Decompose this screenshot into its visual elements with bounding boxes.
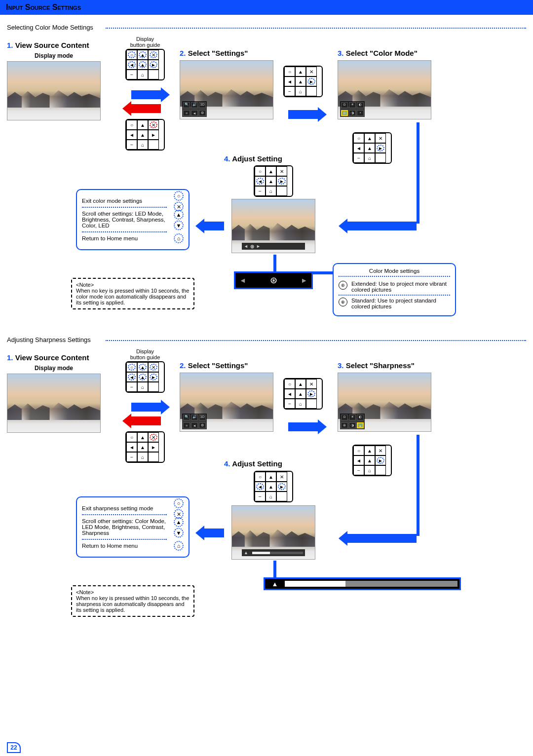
- legend-scroll: Scroll other settings: Color Mode, LED M…: [82, 515, 167, 540]
- settings-thumbnail: 🔍🔊3D ≡◄⚙: [180, 373, 273, 432]
- settings-thumbnail: 🔍🔊3D ≡◄⚙: [180, 60, 273, 119]
- page-header: Input Source Settings: [0, 0, 533, 15]
- legend-home: Return to Home menu ⌂: [82, 540, 167, 552]
- arrow-left-icon: [204, 222, 224, 230]
- display-mode-label: Display mode: [7, 52, 101, 59]
- arrow-left-icon: [347, 222, 417, 230]
- home-icon: ⌂: [174, 541, 184, 551]
- arrow-right-icon: [288, 110, 318, 119]
- prev-icon[interactable]: ◄: [239, 276, 246, 284]
- step4-title: 4. Adjust Setting: [224, 154, 282, 163]
- keypad-any-highlight: ○▲✕ ◄▲► −⌂: [125, 49, 165, 80]
- color-mode-settings-box: Color Mode settings ⊛ Extended: Use to p…: [333, 263, 456, 316]
- section-sharpness-title: Adjusting Sharpness Settings: [7, 336, 526, 343]
- keypad-lr-highlight: ○▲✕ ◄▲► −⌂: [254, 471, 293, 502]
- circle-icon: ○: [174, 498, 184, 508]
- source-thumbnail: [7, 374, 101, 433]
- s2-step2-title: 2. Select "Settings": [180, 361, 273, 370]
- keypad-close-highlight: ○▲✕ ◄▲► −⌂: [125, 119, 165, 151]
- keypad-any-highlight: ○▲✕ ◄▲► −⌂: [125, 361, 165, 393]
- keypad-close-highlight: ○▲✕ ◄▲► −⌂: [125, 431, 165, 463]
- legend-box: Exit sharpness setting mode ○ ✕ Scroll o…: [76, 496, 190, 558]
- button-guide-label: Display button guide: [125, 36, 165, 48]
- keypad-right-highlight: ○▲✕ ◄▲► −⌂: [283, 378, 323, 410]
- cm-extended: ⊛ Extended: Use to project more vibrant …: [339, 279, 450, 296]
- flow-line: [417, 122, 419, 224]
- legend-exit: Exit color mode settings ○ ✕: [82, 195, 167, 208]
- next-icon[interactable]: ►: [301, 276, 307, 284]
- arrow-right-icon: [288, 422, 318, 431]
- slider-fill: [285, 581, 345, 587]
- flow-line: [273, 561, 276, 577]
- s2-step1-title: 1. View Source Content: [7, 353, 101, 362]
- arrow-left-icon: [131, 104, 161, 113]
- display-mode-label: Display mode: [7, 365, 101, 372]
- color-mode-icon: ⊛: [270, 275, 277, 286]
- note-box: <Note> When no key is pressed within 10 …: [71, 278, 194, 309]
- circle-icon: ○: [174, 191, 184, 201]
- slider-track[interactable]: [285, 581, 457, 587]
- adjust-thumbnail: ▲: [231, 505, 315, 560]
- home-icon: ⌂: [174, 233, 184, 243]
- arrow-right-icon: [131, 403, 161, 412]
- standard-icon: ⊕: [339, 298, 347, 306]
- step3-title: 3. Select "Color Mode": [338, 49, 431, 57]
- arrow-left-icon: [347, 534, 417, 543]
- cm-standard: ⊕ Standard: Use to project standard colo…: [339, 296, 450, 311]
- arrow-left-icon: [131, 416, 161, 425]
- up-icon: ▲: [174, 517, 184, 527]
- arrow-right-icon: [131, 90, 161, 99]
- note-box: <Note> When no key is pressed within 10 …: [71, 585, 194, 617]
- keypad-right-highlight: ○▲✕ ◄▲► −⌂: [352, 445, 392, 476]
- s2-step4-title: 4. Adjust Setting: [224, 459, 282, 468]
- source-thumbnail: [7, 61, 101, 120]
- flow-line: [417, 435, 419, 536]
- legend-home: Return to Home menu ⌂: [82, 232, 167, 244]
- sharpness-thumbnail: ⊙☀◐ ⊛◑▲: [338, 373, 431, 432]
- step1-title: 1. View Source Content: [7, 41, 101, 49]
- arrow-left-icon: [204, 529, 224, 537]
- color-mode-selector[interactable]: ◄ ⊛ ►: [234, 271, 313, 289]
- down-icon: ▼: [174, 528, 184, 538]
- legend-box: Exit color mode settings ○ ✕ Scroll othe…: [76, 189, 190, 250]
- section-color-mode-title: Selecting Color Mode Settings: [7, 24, 526, 31]
- sharpness-icon: ▲: [265, 579, 285, 589]
- sharpness-slider[interactable]: ▲: [264, 577, 461, 590]
- legend-scroll: Scroll other settings: LED Mode, Brightn…: [82, 208, 167, 232]
- down-icon: ▼: [174, 221, 184, 230]
- adjust-thumbnail: ◄⊛►: [231, 199, 315, 253]
- flow-line: [273, 255, 276, 271]
- keypad-lr-highlight: ○▲✕ ◄▲► −⌂: [254, 165, 293, 197]
- legend-exit: Exit sharpness setting mode ○ ✕: [82, 502, 167, 515]
- keypad-right-highlight: ○▲✕ ◄▲► −⌂: [352, 132, 392, 164]
- keypad-right-highlight: ○▲✕ ◄▲► −⌂: [283, 66, 323, 97]
- extended-icon: ⊛: [339, 281, 347, 290]
- button-guide-label: Display button guide: [125, 348, 165, 360]
- colormode-thumbnail: ⊙☀◐ ⊛◑*: [338, 60, 431, 119]
- step2-title: 2. Select "Settings": [180, 49, 273, 57]
- cm-settings-title: Color Mode settings: [339, 268, 450, 277]
- flow-line: [313, 271, 333, 274]
- s2-step3-title: 3. Select "Sharpness": [338, 361, 431, 370]
- up-icon: ▲: [174, 210, 184, 220]
